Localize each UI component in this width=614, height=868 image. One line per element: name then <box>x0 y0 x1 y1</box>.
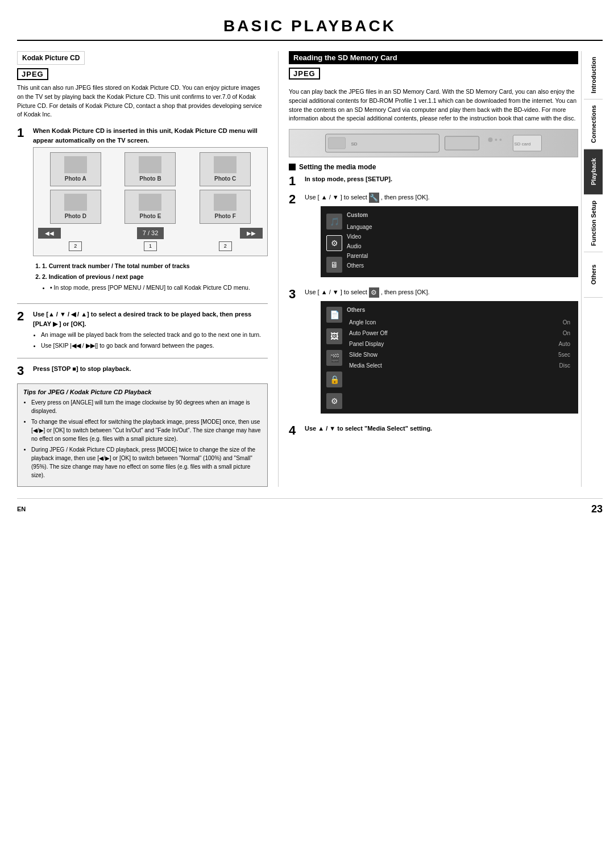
page: BASIC PLAYBACK Kodak Picture CD JPEG Thi… <box>0 0 614 868</box>
sd-card-image: SD SD card <box>289 129 578 157</box>
step2-bullet1: An image will be played back from the se… <box>41 331 268 340</box>
kodak-intro-text: This unit can also run JPEG files stored… <box>17 84 268 119</box>
r-step1-text: In stop mode, press [SETUP]. <box>305 176 392 182</box>
menu-icon-settings: ⚙ <box>326 235 342 251</box>
photo-grid: Photo A Photo B Photo C <box>33 147 268 256</box>
step-num-1: 1 <box>17 126 30 298</box>
others-row-4: Media Select Disc <box>348 361 571 370</box>
photo-icon-a <box>64 156 87 173</box>
r-step-2-content: Use [ ▲ / ▼ ] to select 🔧 , then press [… <box>305 193 578 283</box>
menu-item-4: Others <box>347 261 572 270</box>
others-label-2: Panel Display <box>348 339 512 349</box>
section-square-icon <box>289 164 296 170</box>
r-step-2: 2 Use [ ▲ / ▼ ] to select 🔧 , then press… <box>289 193 578 283</box>
others-value-0: On <box>513 318 571 327</box>
photo-icon-f <box>214 194 237 211</box>
media-mode-header: Setting the media mode <box>289 163 578 171</box>
tab-introduction[interactable]: Introduction <box>584 51 603 99</box>
indication-detail: • In stop mode, press [POP MENU / MENU] … <box>50 283 268 293</box>
others-icon-doc: 📄 <box>326 307 342 323</box>
others-value-4: Disc <box>513 361 571 370</box>
photo-cell-e: Photo E <box>125 190 176 224</box>
right-section-container: Reading the SD Memory Card JPEG <box>289 51 578 83</box>
indicator-2: 1 <box>144 241 157 252</box>
right-section-header: Reading the SD Memory Card <box>289 51 578 64</box>
track-label: 1. Current track number / The total numb… <box>42 262 268 271</box>
r-step-num-4: 4 <box>289 424 301 437</box>
language-label: EN <box>17 506 26 512</box>
others-row-1: Auto Power Off On <box>348 328 571 338</box>
svg-rect-1 <box>329 137 346 149</box>
tab-connections[interactable]: Connections <box>584 99 603 149</box>
svg-point-6 <box>500 139 502 141</box>
others-header: Others <box>347 306 572 314</box>
nav-row: ◀◀ 7 / 32 ▶▶ <box>38 227 263 239</box>
menu-icon-music: 🎵 <box>326 214 342 229</box>
kodak-header: Kodak Picture CD <box>17 51 85 65</box>
others-icon-gear: ⚙ <box>326 393 342 409</box>
custom-menu-box: 🎵 ⚙ 🖥 Custom Language Video Audio Parent… <box>321 206 578 277</box>
tips-box: Tips for JPEG / Kodak Picture CD Playbac… <box>17 383 268 487</box>
menu-items-list: Language Video Audio Parental Others <box>347 223 572 270</box>
tips-title: Tips for JPEG / Kodak Picture CD Playbac… <box>23 389 262 395</box>
divider-2 <box>17 358 268 358</box>
r-step-1-content: In stop mode, press [SETUP]. <box>305 174 578 184</box>
r-step-4: 4 Use ▲ / ▼ to select "Media Select" set… <box>289 424 578 437</box>
svg-text:SD card: SD card <box>515 141 531 147</box>
tab-others[interactable]: Others <box>584 252 603 298</box>
menu-item-3: Parental <box>347 252 572 260</box>
kodak-section: Kodak Picture CD JPEG This unit can also… <box>17 51 268 119</box>
menu-header: Custom <box>347 211 572 219</box>
r-step-4-content: Use ▲ / ▼ to select "Media Select" setti… <box>305 424 578 433</box>
photo-cell-c: Photo C <box>200 152 251 186</box>
others-row-0: Angle Icon On <box>348 318 571 327</box>
r-step2-icon: 🔧 <box>369 193 379 203</box>
tab-function-setup[interactable]: Function Setup <box>584 195 603 252</box>
r-step2-text2: , then press [OK]. <box>381 194 430 201</box>
others-list: Others Angle Icon On Auto Power Off On <box>347 306 572 409</box>
step-2-content: Use [▲ / ▼ / ◀ / ▲] to select a desired … <box>33 310 268 352</box>
page-number: 23 <box>591 503 603 515</box>
r-step-num-2: 2 <box>289 193 301 206</box>
step-num-2: 2 <box>17 310 30 352</box>
indicator-3: 2 <box>219 241 232 252</box>
others-label-1: Auto Power Off <box>348 328 512 338</box>
sd-card-svg: SD SD card <box>289 130 578 157</box>
side-tabs: Introduction Connections Playback Functi… <box>581 51 603 487</box>
others-label-3: Slide Show <box>348 350 512 360</box>
menu-icon-display: 🖥 <box>326 257 342 273</box>
step2-bullet2: Use [SKIP |◀◀ / ▶▶|] to go back and forw… <box>41 341 268 350</box>
others-icons: 📄 🖼 🎬 🔒 ⚙ <box>326 306 342 409</box>
nav-prev[interactable]: ◀◀ <box>38 228 61 239</box>
menu-item-0: Language <box>347 223 572 231</box>
right-column: Reading the SD Memory Card JPEG You can … <box>279 51 581 487</box>
track-indicators: 2 1 2 <box>38 241 263 252</box>
step-1-content: When Kodak Picture CD is inserted in thi… <box>33 126 268 298</box>
step-3-left: 3 Press [STOP ■] to stop playback. <box>17 364 268 378</box>
media-mode-title: Setting the media mode <box>299 163 376 171</box>
photo-row-top: Photo A Photo B Photo C <box>38 152 263 186</box>
step3-text: Press [STOP ■] to stop playback. <box>33 365 131 372</box>
r-step-num-1: 1 <box>289 174 301 188</box>
page-bottom: EN 23 <box>17 498 603 515</box>
tip-2: To change the visual effect for switchin… <box>31 418 262 443</box>
step2-text: Use [▲ / ▼ / ◀ / ▲] to select a desired … <box>33 311 251 327</box>
nav-next[interactable]: ▶▶ <box>240 228 263 239</box>
menu-item-2: Audio <box>347 242 572 251</box>
tip-1: Every press on [ANGLE] will turn the ima… <box>31 398 262 415</box>
nav-page: 7 / 32 <box>137 227 164 239</box>
step-2-left: 2 Use [▲ / ▼ / ◀ / ▲] to select a desire… <box>17 310 268 352</box>
svg-point-4 <box>488 137 493 142</box>
others-label-4: Media Select <box>348 361 512 370</box>
jpeg-badge-left: JPEG <box>17 68 48 80</box>
r-step-3-content: Use [ ▲ / ▼ ] to select ⚙ , then press [… <box>305 287 578 419</box>
tip-3: During JPEG / Kodak Picture CD playback,… <box>31 445 262 479</box>
step-1-left: 1 When Kodak Picture CD is inserted in t… <box>17 126 268 298</box>
photo-icon-d <box>64 194 87 211</box>
menu-icons: 🎵 ⚙ 🖥 <box>326 211 342 273</box>
menu-item-1: Video <box>347 232 572 241</box>
tab-playback[interactable]: Playback <box>584 149 603 195</box>
others-label-0: Angle Icon <box>348 318 512 327</box>
photo-cell-b: Photo B <box>125 152 176 186</box>
others-row-3: Slide Show 5sec <box>348 350 571 360</box>
